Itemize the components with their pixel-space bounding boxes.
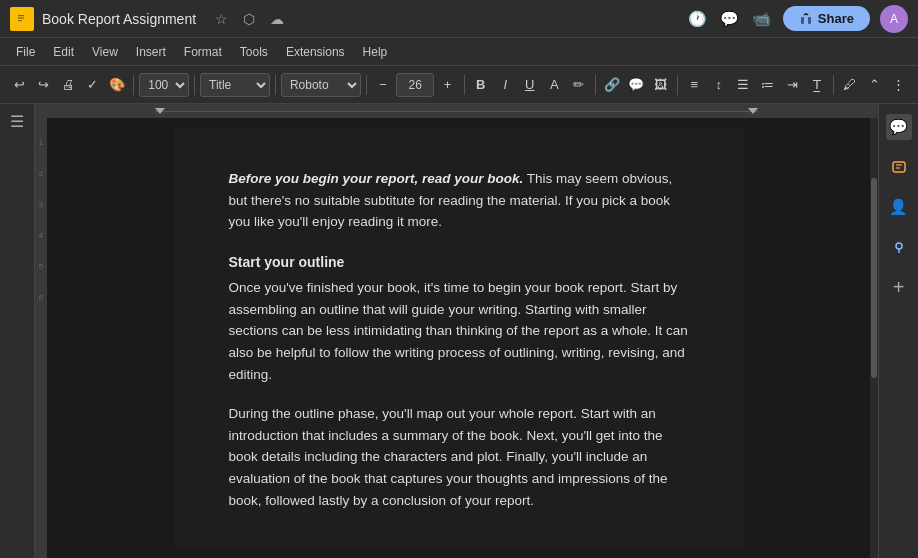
list-button[interactable]: ☰ <box>732 72 754 98</box>
menu-tools[interactable]: Tools <box>232 42 276 62</box>
share-label: Share <box>818 11 854 26</box>
font-size-decrease[interactable]: − <box>372 72 394 98</box>
right-sidebar: 💬 👤 + <box>878 104 918 558</box>
style-select[interactable]: Title Heading 1 Normal text <box>200 73 270 97</box>
drive-icon[interactable]: ⬡ <box>240 10 258 28</box>
font-size-input[interactable]: 26 <box>396 73 434 97</box>
separator-4 <box>366 75 367 95</box>
share-button[interactable]: Share <box>783 6 870 31</box>
intro-bold-text: Before you begin your report, read your … <box>229 171 524 186</box>
right-panel-tasks-icon[interactable] <box>886 154 912 180</box>
line-spacing-button[interactable]: ↕ <box>708 72 730 98</box>
document-page: Before you begin your report, read your … <box>174 128 744 548</box>
menu-bar: File Edit View Insert Format Tools Exten… <box>0 38 918 66</box>
outline-detail-text: During the outline phase, you'll map out… <box>229 406 668 507</box>
redo-button[interactable]: ↪ <box>32 72 54 98</box>
title-bar: Book Report Assignment ☆ ⬡ ☁ 🕐 💬 📹 Share… <box>0 0 918 38</box>
title-bar-right: 🕐 💬 📹 Share A <box>687 5 908 33</box>
title-bar-icons: ☆ ⬡ ☁ <box>212 10 286 28</box>
right-panel-add-icon[interactable]: + <box>886 274 912 300</box>
outline-text: Once you've finished your book, it's tim… <box>229 280 688 381</box>
paragraph-outline: Start your outline Once you've finished … <box>229 251 689 385</box>
menu-help[interactable]: Help <box>355 42 396 62</box>
doc-icon <box>10 7 34 31</box>
italic-button[interactable]: I <box>494 72 516 98</box>
svg-rect-3 <box>18 20 22 21</box>
separator-7 <box>677 75 678 95</box>
separator-3 <box>275 75 276 95</box>
pen-button[interactable]: 🖊 <box>839 72 861 98</box>
content-area[interactable]: Before you begin your report, read your … <box>47 118 870 558</box>
font-size-increase[interactable]: + <box>436 72 458 98</box>
svg-rect-2 <box>18 17 24 18</box>
separator-2 <box>194 75 195 95</box>
main-area: ☰ 1 2 3 4 5 6 <box>0 104 918 558</box>
right-panel-person-icon[interactable]: 👤 <box>886 194 912 220</box>
outline-toggle-icon[interactable]: ☰ <box>10 112 24 131</box>
chat-icon[interactable]: 💬 <box>719 8 741 30</box>
ruler-vertical: 1 2 3 4 5 6 <box>35 118 47 558</box>
svg-rect-1 <box>18 15 24 16</box>
title-bar-left: Book Report Assignment ☆ ⬡ ☁ <box>10 7 687 31</box>
menu-extensions[interactable]: Extensions <box>278 42 353 62</box>
underline-button[interactable]: U <box>519 72 541 98</box>
cloud-icon[interactable]: ☁ <box>268 10 286 28</box>
menu-view[interactable]: View <box>84 42 126 62</box>
menu-file[interactable]: File <box>8 42 43 62</box>
scrollbar-thumb[interactable] <box>871 178 877 378</box>
more-options-button[interactable]: ⋮ <box>888 72 910 98</box>
format-toolbar: ↩ ↪ 🖨 ✓ 🎨 100% 75% 150% Title Heading 1 … <box>0 66 918 104</box>
menu-format[interactable]: Format <box>176 42 230 62</box>
align-button[interactable]: ≡ <box>683 72 705 98</box>
spellcheck-button[interactable]: ✓ <box>81 72 103 98</box>
svg-rect-6 <box>893 162 905 172</box>
menu-edit[interactable]: Edit <box>45 42 82 62</box>
separator-8 <box>833 75 834 95</box>
zoom-select[interactable]: 100% 75% 150% <box>139 73 189 97</box>
scrollbar-area[interactable] <box>870 118 878 558</box>
menu-insert[interactable]: Insert <box>128 42 174 62</box>
svg-point-9 <box>896 243 902 249</box>
separator-6 <box>595 75 596 95</box>
document-title: Book Report Assignment <box>42 11 196 27</box>
separator-1 <box>133 75 134 95</box>
link-button[interactable]: 🔗 <box>601 72 623 98</box>
paragraph-outline-detail: During the outline phase, you'll map out… <box>229 403 689 511</box>
paint-format-button[interactable]: 🎨 <box>106 72 128 98</box>
ruler-horizontal <box>35 104 878 118</box>
left-sidebar: ☰ <box>0 104 35 558</box>
right-panel-map-icon[interactable] <box>886 234 912 260</box>
insert-comment-button[interactable]: 💬 <box>625 72 647 98</box>
bold-button[interactable]: B <box>470 72 492 98</box>
outline-heading: Start your outline <box>229 251 689 273</box>
undo-button[interactable]: ↩ <box>8 72 30 98</box>
avatar[interactable]: A <box>880 5 908 33</box>
insert-image-button[interactable]: 🖼 <box>650 72 672 98</box>
video-icon[interactable]: 📹 <box>751 8 773 30</box>
paragraph-intro: Before you begin your report, read your … <box>229 168 689 233</box>
history-icon[interactable]: 🕐 <box>687 8 709 30</box>
indent-button[interactable]: ⇥ <box>781 72 803 98</box>
print-button[interactable]: 🖨 <box>57 72 79 98</box>
svg-rect-5 <box>808 17 811 24</box>
separator-5 <box>464 75 465 95</box>
svg-rect-4 <box>801 17 804 24</box>
star-icon[interactable]: ☆ <box>212 10 230 28</box>
right-panel-chat-icon[interactable]: 💬 <box>886 114 912 140</box>
clear-format-button[interactable]: T̲ <box>805 72 827 98</box>
font-select[interactable]: Roboto Arial Times New Roman <box>281 73 361 97</box>
expand-button[interactable]: ⌃ <box>863 72 885 98</box>
numbered-list-button[interactable]: ≔ <box>756 72 778 98</box>
highlight-button[interactable]: ✏ <box>567 72 589 98</box>
text-color-button[interactable]: A <box>543 72 565 98</box>
